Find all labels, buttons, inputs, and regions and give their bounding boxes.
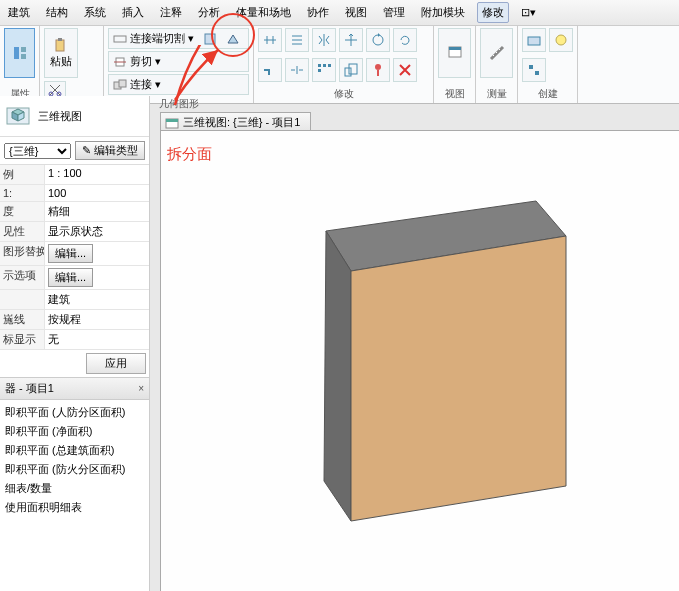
prop-label: 图形替换 [0, 242, 45, 265]
menu-item[interactable]: 系统 [80, 3, 110, 22]
group-label: 测量 [480, 85, 513, 101]
cope-button[interactable]: 连接端切割 ▾ [108, 28, 249, 49]
array-icon[interactable] [312, 58, 336, 82]
copy-move-icon[interactable] [366, 28, 390, 52]
menu-item-modify[interactable]: 修改 [477, 2, 509, 23]
svg-rect-10 [205, 34, 215, 44]
tree-item[interactable]: 即积平面 (净面积) [2, 422, 147, 441]
edit-button[interactable]: 编辑... [48, 244, 93, 263]
tree-item[interactable]: 细表/数量 [2, 479, 147, 498]
view3d-icon [4, 102, 32, 130]
prop-value[interactable]: 100 [45, 185, 149, 201]
svg-rect-2 [21, 54, 26, 59]
split-face-icon [226, 32, 240, 46]
mirror-icon[interactable] [312, 28, 336, 52]
pin-icon[interactable] [366, 58, 390, 82]
svg-rect-3 [56, 40, 64, 51]
svg-rect-17 [323, 64, 326, 67]
move-icon[interactable] [339, 28, 363, 52]
ribbon: 属性 粘贴 剪贴板 连接端切割 ▾ 剪切 ▾ 连接 ▾ 几何图形 [0, 26, 679, 104]
close-icon[interactable]: × [138, 383, 144, 394]
svg-rect-0 [14, 47, 19, 59]
tree-item[interactable]: 即积平面 (总建筑面积) [2, 441, 147, 460]
group-label: 视图 [438, 85, 471, 101]
edit-button[interactable]: 编辑... [48, 268, 93, 287]
svg-rect-24 [449, 47, 461, 50]
prop-label: 度 [0, 202, 45, 221]
browser-title: 器 - 项目1 [5, 381, 54, 396]
tree-item[interactable]: 即积平面 (防火分区面积) [2, 460, 147, 479]
group-label: 创建 [522, 85, 573, 101]
tree-item[interactable]: 即积平面 (人防分区面积) [2, 403, 147, 422]
svg-rect-9 [114, 36, 126, 42]
menu-item[interactable]: 管理 [379, 3, 409, 22]
join-geom-button[interactable]: 连接 ▾ [108, 74, 249, 95]
prop-label: 崺线 [0, 310, 45, 329]
prop-value[interactable]: 1 : 100 [45, 165, 149, 184]
prop-value[interactable]: 无 [45, 330, 149, 349]
group-label: 修改 [258, 85, 429, 101]
cut-geom-button[interactable]: 剪切 ▾ [108, 51, 249, 72]
prop-label: 1: [0, 185, 45, 201]
view-icon[interactable] [438, 28, 471, 78]
prop-label: 见性 [0, 222, 45, 241]
svg-rect-16 [318, 64, 321, 67]
split-icon[interactable] [285, 58, 309, 82]
menu-item[interactable]: 体量和场地 [232, 3, 295, 22]
prop-value[interactable]: 建筑 [45, 290, 149, 309]
prop-label: 例 [0, 165, 45, 184]
menu-item[interactable]: 注释 [156, 3, 186, 22]
svg-marker-32 [324, 231, 351, 521]
svg-rect-30 [166, 119, 178, 122]
view-tab[interactable]: 三维视图: {三维} - 项目1 [160, 112, 311, 132]
svg-rect-25 [528, 37, 540, 45]
svg-rect-18 [328, 64, 331, 67]
prop-label: 示选项 [0, 266, 45, 289]
menu-item[interactable]: 插入 [118, 3, 148, 22]
menu-item[interactable]: 建筑 [4, 3, 34, 22]
create-icon[interactable] [522, 28, 546, 52]
prop-label: 标显示 [0, 330, 45, 349]
menu-item[interactable]: 附加模块 [417, 3, 469, 22]
svg-rect-19 [318, 69, 321, 72]
menu-item[interactable]: 协作 [303, 3, 333, 22]
apply-button[interactable]: 应用 [86, 353, 146, 374]
type-selector[interactable]: {三维} [4, 143, 71, 159]
wall-3d-model[interactable] [256, 191, 596, 531]
edit-type-button[interactable]: ✎ 编辑类型 [75, 141, 145, 160]
measure-icon[interactable] [480, 28, 513, 78]
project-browser: 即积平面 (人防分区面积) 即积平面 (净面积) 即积平面 (总建筑面积) 即积… [0, 400, 149, 520]
properties-title: 三维视图 [38, 109, 82, 124]
viewport-3d[interactable] [160, 130, 679, 591]
prop-label [0, 290, 45, 309]
svg-rect-20 [345, 68, 351, 76]
prop-value: 编辑... [45, 242, 149, 265]
create-icon[interactable] [522, 58, 546, 82]
offset-icon[interactable] [285, 28, 309, 52]
tree-item[interactable]: 使用面积明细表 [2, 498, 147, 517]
svg-point-26 [556, 35, 566, 45]
menu-dropdown-icon[interactable]: ⊡▾ [517, 4, 540, 21]
paste-button[interactable]: 粘贴 [44, 28, 78, 78]
properties-grid: 例1 : 100 1:100 度精细 见性显示原状态 图形替换编辑... 示选项… [0, 165, 149, 350]
prop-value[interactable]: 按规程 [45, 310, 149, 329]
svg-marker-33 [351, 236, 566, 521]
prop-value[interactable]: 精细 [45, 202, 149, 221]
menu-item[interactable]: 分析 [194, 3, 224, 22]
trim-icon[interactable] [258, 58, 282, 82]
create-icon[interactable] [549, 28, 573, 52]
view-tab-label: 三维视图: {三维} - 项目1 [183, 115, 300, 130]
menu-item[interactable]: 视图 [341, 3, 371, 22]
properties-button[interactable] [4, 28, 35, 78]
svg-point-22 [375, 64, 381, 70]
delete-icon[interactable] [393, 58, 417, 82]
svg-rect-28 [535, 71, 539, 75]
menu-bar: 建筑 结构 系统 插入 注释 分析 体量和场地 协作 视图 管理 附加模块 修改… [0, 0, 679, 26]
scale-icon[interactable] [339, 58, 363, 82]
align-icon[interactable] [258, 28, 282, 52]
prop-value[interactable]: 显示原状态 [45, 222, 149, 241]
svg-rect-14 [119, 80, 126, 87]
menu-item[interactable]: 结构 [42, 3, 72, 22]
view-icon [165, 116, 179, 130]
rotate-icon[interactable] [393, 28, 417, 52]
